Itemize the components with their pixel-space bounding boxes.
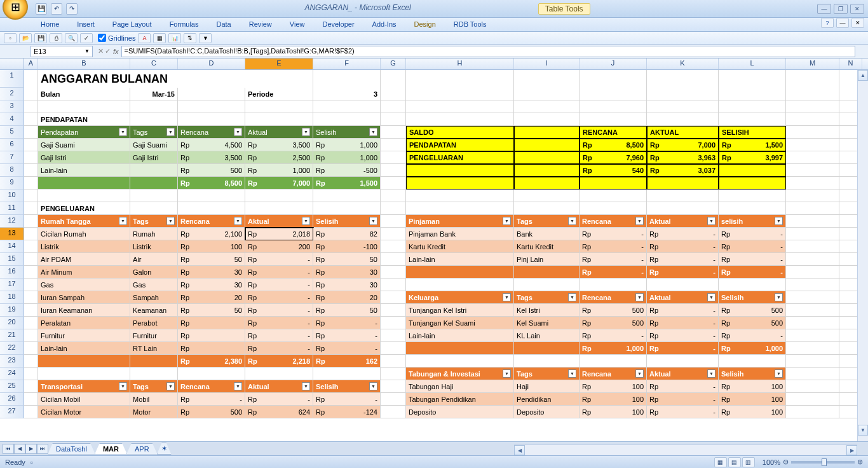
cell[interactable]: Selisih▼ [313, 126, 381, 139]
cell[interactable] [381, 100, 406, 113]
cell[interactable] [786, 70, 839, 88]
cell[interactable] [786, 126, 839, 139]
cell[interactable] [24, 113, 38, 126]
cell[interactable]: Rp50 [313, 304, 381, 317]
cell[interactable] [381, 279, 406, 291]
filter-dropdown-icon[interactable]: ▼ [166, 217, 175, 225]
cell[interactable] [381, 228, 406, 240]
cell[interactable] [24, 279, 38, 291]
cell[interactable]: Rp- [580, 266, 647, 279]
cell[interactable] [406, 100, 514, 113]
cell[interactable] [406, 88, 514, 100]
cell[interactable]: Rp7,000 [245, 177, 313, 189]
cell[interactable]: Aktual▼ [647, 291, 719, 304]
cell[interactable]: Rp7,960 [580, 151, 647, 164]
cell[interactable] [786, 215, 839, 228]
cell[interactable]: Kel Suami [514, 317, 580, 329]
cell[interactable]: Rp2,218 [245, 355, 313, 368]
cell[interactable] [514, 70, 580, 88]
row-header-19[interactable]: 19 [0, 304, 24, 317]
cell[interactable] [786, 266, 839, 279]
cell[interactable] [580, 355, 647, 368]
row-header-9[interactable]: 9 [0, 177, 24, 189]
cell[interactable] [514, 139, 580, 151]
cell[interactable]: Rp- [580, 228, 647, 240]
cell[interactable] [313, 113, 381, 126]
cell[interactable]: Rencana▼ [178, 380, 245, 393]
cell[interactable] [381, 355, 406, 368]
maximize-button[interactable]: ❐ [834, 4, 848, 14]
col-header-A[interactable]: A [24, 59, 38, 69]
cell[interactable] [24, 317, 38, 329]
cell[interactable]: Pendidikan [514, 393, 580, 406]
save-icon[interactable]: 💾 [34, 33, 47, 43]
cell[interactable]: Rp100 [719, 380, 786, 393]
ribbon-minimize-icon[interactable]: — [836, 18, 849, 28]
cell[interactable] [178, 88, 245, 100]
row-header-27[interactable]: 27 [0, 406, 24, 418]
filter-dropdown-icon[interactable]: ▼ [707, 217, 715, 225]
cell[interactable] [24, 100, 38, 113]
row-header-26[interactable]: 26 [0, 393, 24, 406]
cell[interactable]: Gaji Istri [130, 151, 178, 164]
cell[interactable]: Aktual▼ [245, 380, 313, 393]
col-header-I[interactable]: I [514, 59, 580, 69]
cell[interactable] [406, 177, 514, 189]
cancel-formula-icon[interactable]: ✕ [98, 47, 104, 55]
cell[interactable]: Rp- [313, 393, 381, 406]
cell[interactable]: Rp- [647, 317, 719, 329]
cell[interactable]: Rp- [647, 342, 719, 355]
cell[interactable]: Lain-lain [406, 329, 514, 342]
cell[interactable]: Tabungan Haji [406, 380, 514, 393]
tab-home[interactable]: Home [32, 18, 68, 31]
row-header-21[interactable]: 21 [0, 329, 24, 342]
cell[interactable] [406, 342, 514, 355]
cell[interactable]: Rp4,500 [178, 139, 245, 151]
cell[interactable] [786, 368, 839, 380]
cell[interactable]: Tabungan Pendidikan [406, 393, 514, 406]
cell[interactable]: Rp200 [245, 240, 313, 253]
cell[interactable] [24, 139, 38, 151]
cell[interactable] [406, 164, 514, 177]
filter-dropdown-icon[interactable]: ▼ [635, 369, 644, 378]
cell[interactable] [406, 70, 514, 88]
cell[interactable] [381, 317, 406, 329]
cell[interactable]: Deposito [406, 406, 514, 418]
cell[interactable]: Selisih▼ [719, 368, 786, 380]
cell[interactable] [647, 88, 719, 100]
cell[interactable]: Aktual▼ [647, 215, 719, 228]
cell[interactable] [719, 189, 786, 202]
cell[interactable] [786, 342, 839, 355]
cell[interactable]: Rp500 [178, 406, 245, 418]
cell[interactable] [514, 342, 580, 355]
row-header-10[interactable]: 10 [0, 189, 24, 202]
cell[interactable]: Rp100 [178, 240, 245, 253]
cell[interactable] [381, 215, 406, 228]
cell[interactable]: Rp1,000 [313, 139, 381, 151]
cell[interactable]: Rp624 [245, 406, 313, 418]
col-header-J[interactable]: J [580, 59, 647, 69]
tab-data[interactable]: Data [207, 18, 240, 31]
cell[interactable]: Mobil [130, 393, 178, 406]
cell[interactable]: Rp500 [580, 317, 647, 329]
cell[interactable] [130, 164, 178, 177]
select-all-corner[interactable] [0, 59, 24, 69]
cell[interactable] [245, 368, 313, 380]
cell[interactable]: Mar-15 [130, 88, 178, 100]
cell[interactable] [719, 164, 786, 177]
cell[interactable]: Rp- [719, 253, 786, 266]
print-icon[interactable]: ⎙ [50, 33, 62, 43]
cell[interactable] [24, 177, 38, 189]
cell[interactable]: PENGELUARAN [406, 151, 514, 164]
cell[interactable]: Gas [38, 279, 130, 291]
cell[interactable]: Rp7,000 [647, 139, 719, 151]
cell[interactable]: Rp- [647, 393, 719, 406]
cell[interactable]: Furnitur [38, 329, 130, 342]
cell[interactable] [719, 355, 786, 368]
filter-dropdown-icon[interactable]: ▼ [568, 293, 576, 301]
cell[interactable] [24, 164, 38, 177]
cell[interactable] [381, 240, 406, 253]
cell[interactable] [514, 279, 580, 291]
cell[interactable] [24, 88, 38, 100]
filter-dropdown-icon[interactable]: ▼ [369, 128, 377, 136]
